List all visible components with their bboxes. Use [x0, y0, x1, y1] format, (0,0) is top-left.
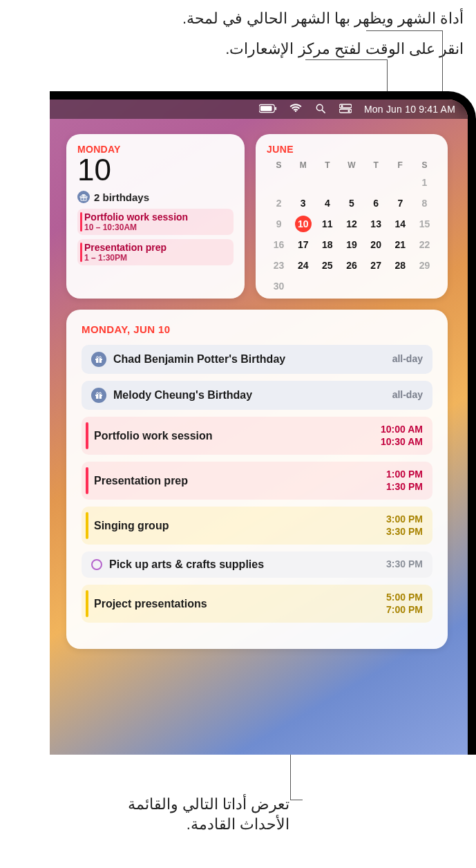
event-time: 3:30 PM — [386, 558, 423, 571]
calendar-day[interactable]: 30 — [267, 278, 291, 294]
calendar-upnext-widget[interactable]: MONDAY, JUN 10 Chad Benjamin Potter's Bi… — [66, 310, 448, 649]
device-frame: Mon Jun 10 9:41 AM MONDAY 10 2 birthdays… — [50, 91, 476, 755]
event-title: Chad Benjamin Potter's Birthday — [113, 353, 285, 366]
event-title: Portfolio work session — [94, 430, 213, 442]
upnext-event[interactable]: Portfolio work session10:00 AM10:30 AM — [82, 417, 432, 455]
event-title: Presentation prep — [84, 242, 228, 253]
svg-rect-11 — [98, 359, 99, 363]
calendar-day[interactable]: 19 — [339, 236, 363, 253]
calendar-day[interactable]: 17 — [291, 236, 315, 253]
event-title: Portfolio work session — [84, 211, 228, 223]
calendar-day[interactable]: 5 — [339, 195, 363, 211]
notification-center: MONDAY 10 2 birthdays Portfolio work ses… — [66, 134, 461, 649]
today-event: Presentation prep1 – 1:30PM — [77, 239, 234, 265]
calendar-day[interactable]: 18 — [315, 236, 339, 253]
svg-point-18 — [99, 393, 102, 395]
calendar-day[interactable]: 26 — [339, 257, 363, 274]
event-title: Project presentations — [94, 598, 207, 610]
spotlight-icon[interactable] — [314, 104, 327, 115]
calendar-day[interactable]: 16 — [267, 236, 291, 253]
day-of-week-label: T — [364, 160, 388, 170]
event-time: 10 – 10:30AM — [84, 223, 228, 232]
callout-clock: انقر على الوقت لفتح مركز الإشعارات. — [21, 39, 464, 59]
today-birthdays-text: 2 birthdays — [94, 191, 149, 203]
calendar-day[interactable]: 14 — [388, 216, 412, 232]
upnext-event[interactable]: Singing group3:00 PM3:30 PM — [82, 507, 432, 545]
calendar-day[interactable]: 3 — [291, 195, 315, 211]
svg-rect-2 — [275, 106, 276, 110]
calendar-day[interactable]: 8 — [412, 195, 437, 211]
event-time: 10:00 AM10:30 AM — [381, 424, 423, 448]
control-center-icon[interactable] — [339, 104, 352, 115]
calendar-day[interactable]: 24 — [291, 257, 315, 274]
calendar-today-widget[interactable]: MONDAY 10 2 birthdays Portfolio work ses… — [66, 134, 245, 299]
day-of-week-label: S — [412, 160, 437, 170]
month-title: JUNE — [267, 144, 437, 155]
callout-text: الأحداث القادمة. — [187, 815, 289, 833]
calendar-day — [267, 174, 291, 191]
calendar-day[interactable]: 7 — [388, 195, 412, 211]
svg-rect-16 — [98, 395, 99, 399]
event-time: 1 – 1:30PM — [84, 253, 228, 263]
svg-line-4 — [322, 110, 325, 113]
calendar-day[interactable]: 21 — [388, 236, 412, 253]
svg-point-17 — [97, 393, 99, 395]
calendar-day[interactable]: 2 — [267, 195, 291, 211]
menubar-clock[interactable]: Mon Jun 10 9:41 AM — [364, 104, 455, 115]
calendar-day — [388, 278, 412, 294]
callout-upnext-widget: تعرض أداتا التالي والقائمة الأحداث القاد… — [48, 794, 289, 835]
calendar-day[interactable]: 25 — [315, 257, 339, 274]
svg-point-8 — [348, 109, 350, 111]
upnext-event[interactable]: Pick up arts & crafts supplies3:30 PM — [82, 551, 432, 578]
calendar-day — [339, 174, 363, 191]
calendar-day[interactable]: 11 — [315, 216, 339, 232]
callout-month-widget: أداة الشهر ويظهر بها الشهر الحالي في لمح… — [21, 8, 464, 29]
calendar-day[interactable]: 20 — [364, 236, 388, 253]
calendar-day[interactable]: 22 — [412, 236, 437, 253]
day-of-week-label: F — [388, 160, 412, 170]
calendar-day[interactable]: 23 — [267, 257, 291, 274]
calendar-day — [339, 278, 363, 294]
reminder-circle-icon[interactable] — [91, 559, 102, 570]
wifi-icon[interactable] — [289, 104, 302, 115]
calendar-day[interactable]: 12 — [339, 216, 363, 232]
upnext-header: MONDAY, JUN 10 — [82, 323, 432, 335]
upnext-event[interactable]: Presentation prep1:00 PM1:30 PM — [82, 462, 432, 500]
event-title: Pick up arts & crafts supplies — [109, 558, 264, 571]
calendar-day[interactable]: 27 — [364, 257, 388, 274]
calendar-day[interactable]: 1 — [412, 174, 437, 191]
gift-icon — [77, 191, 90, 203]
calendar-day — [364, 174, 388, 191]
upnext-event[interactable]: Chad Benjamin Potter's Birthdayall-day — [82, 345, 432, 374]
calendar-day[interactable]: 6 — [364, 195, 388, 211]
event-title: Presentation prep — [94, 475, 188, 487]
event-time: all-day — [392, 353, 423, 366]
battery-icon[interactable] — [259, 104, 277, 115]
calendar-month-widget[interactable]: JUNE SMTWTFS 123456789101112131415161718… — [256, 134, 448, 299]
calendar-day — [291, 278, 315, 294]
gift-icon — [91, 388, 106, 403]
calendar-day[interactable]: 13 — [364, 216, 388, 232]
svg-point-13 — [99, 357, 102, 359]
upnext-event[interactable]: Melody Cheung's Birthdayall-day — [82, 381, 432, 410]
calendar-day-today[interactable]: 10 — [291, 216, 315, 232]
calendar-day — [315, 174, 339, 191]
calendar-day[interactable]: 29 — [412, 257, 437, 274]
svg-point-6 — [341, 104, 343, 106]
upnext-event[interactable]: Project presentations5:00 PM7:00 PM — [82, 585, 432, 623]
event-time: all-day — [392, 389, 423, 402]
calendar-day[interactable]: 28 — [388, 257, 412, 274]
today-birthdays: 2 birthdays — [77, 191, 234, 203]
calendar-day — [315, 278, 339, 294]
svg-rect-1 — [260, 106, 272, 111]
event-time: 3:00 PM3:30 PM — [386, 513, 423, 538]
calendar-day — [291, 174, 315, 191]
calendar-day[interactable]: 15 — [412, 216, 437, 232]
day-of-week-label: M — [291, 160, 315, 170]
calendar-day — [364, 278, 388, 294]
calendar-day — [412, 278, 437, 294]
calendar-day[interactable]: 4 — [315, 195, 339, 211]
desktop-screen: Mon Jun 10 9:41 AM MONDAY 10 2 birthdays… — [50, 100, 468, 755]
calendar-day[interactable]: 9 — [267, 216, 291, 232]
svg-point-12 — [97, 357, 99, 359]
